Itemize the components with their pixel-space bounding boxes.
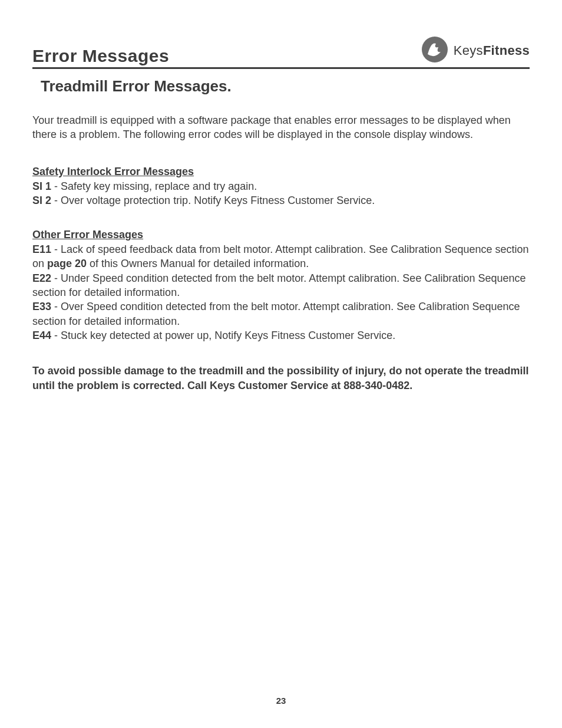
error-code: E11 bbox=[32, 243, 51, 255]
brand-text-a: Keys bbox=[454, 43, 483, 58]
section-title-text: Treadmill Error Messages bbox=[41, 77, 227, 95]
error-item: E33 - Over Speed condition detected from… bbox=[32, 299, 530, 328]
warning-paragraph: To avoid possible damage to the treadmil… bbox=[32, 364, 530, 393]
brand-logo: KeysFitness bbox=[421, 35, 530, 66]
error-desc: - Over voltage protection trip. Notify K… bbox=[51, 195, 375, 206]
page-number: 23 bbox=[0, 696, 562, 706]
error-item: E11 - Lack of speed feedback data from b… bbox=[32, 242, 530, 271]
brand-mark-icon bbox=[421, 35, 449, 66]
error-item: E22 - Under Speed condition detected fro… bbox=[32, 271, 530, 300]
error-desc-b: of this Owners Manual for detailed infor… bbox=[87, 258, 309, 269]
error-code: E33 bbox=[32, 301, 51, 312]
error-desc: - Over Speed condition detected from the… bbox=[32, 301, 520, 327]
error-desc: - Under Speed condition detected from th… bbox=[32, 272, 526, 298]
error-item: E44 - Stuck key detected at power up, No… bbox=[32, 328, 530, 342]
other-heading: Other Error Messages bbox=[32, 229, 530, 241]
section-title: Treadmill Error Messages. bbox=[41, 77, 530, 95]
error-code: SI 1 bbox=[32, 180, 51, 192]
error-code: SI 2 bbox=[32, 195, 51, 206]
safety-heading: Safety Interlock Error Messages bbox=[32, 166, 530, 178]
brand-text: KeysFitness bbox=[454, 43, 530, 58]
other-error-list: E11 - Lack of speed feedback data from b… bbox=[32, 242, 530, 342]
page-title: Error Messages bbox=[32, 46, 169, 66]
section-title-period: . bbox=[227, 77, 231, 95]
error-desc: - Stuck key detected at power up, Notify… bbox=[51, 330, 395, 341]
intro-paragraph: Your treadmill is equipped with a softwa… bbox=[32, 113, 530, 142]
error-item: SI 1 - Safety key missing, replace and t… bbox=[32, 179, 530, 193]
page-ref: page 20 bbox=[47, 258, 87, 269]
error-code: E44 bbox=[32, 330, 51, 341]
safety-error-list: SI 1 - Safety key missing, replace and t… bbox=[32, 179, 530, 208]
error-code: E22 bbox=[32, 272, 51, 284]
error-item: SI 2 - Over voltage protection trip. Not… bbox=[32, 193, 530, 207]
header-row: Error Messages KeysFitness bbox=[32, 35, 530, 69]
brand-text-b: Fitness bbox=[483, 43, 530, 58]
error-desc: - Safety key missing, replace and try ag… bbox=[51, 180, 257, 192]
